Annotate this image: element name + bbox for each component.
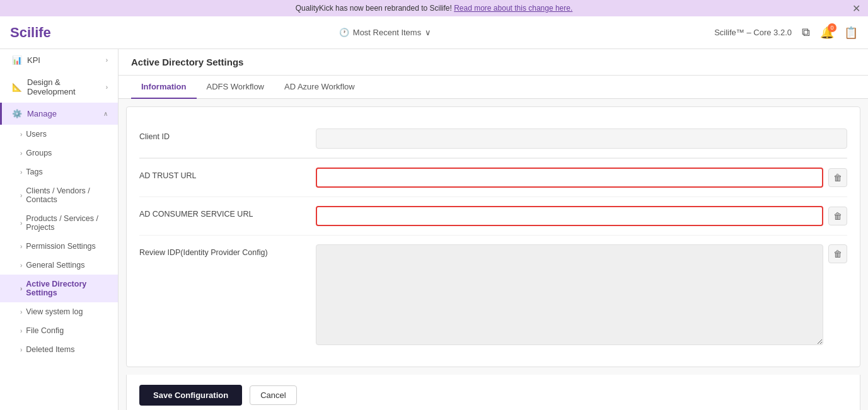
sidebar-item-file-config[interactable]: › File Config — [0, 321, 118, 340]
general-chevron-icon: › — [20, 262, 22, 269]
groups-chevron-icon: › — [20, 150, 22, 157]
deleted-items-chevron-icon: › — [20, 346, 22, 353]
ad-consumer-url-delete-button[interactable]: 🗑 — [828, 207, 847, 225]
sidebar-item-kpi-label: KPI — [27, 55, 40, 65]
sidebar-item-deleted-items-label: Deleted Items — [26, 345, 74, 354]
design-dev-icon: 📐 — [12, 83, 22, 92]
sidebar-item-manage[interactable]: ⚙️ Manage ∧ — [0, 103, 118, 125]
design-dev-chevron-icon: › — [106, 84, 108, 91]
save-configuration-button[interactable]: Save Configuration — [139, 385, 242, 406]
products-chevron-icon: › — [20, 220, 22, 227]
sidebar-item-active-directory[interactable]: › Active Directory Settings — [0, 275, 118, 302]
sidebar-item-kpi[interactable]: 📊 KPI › — [0, 49, 118, 71]
ad-consumer-url-field: 🗑 — [316, 206, 847, 226]
cancel-button[interactable]: Cancel — [250, 385, 296, 405]
users-chevron-icon: › — [20, 131, 22, 138]
ad-consumer-url-input[interactable] — [316, 206, 823, 226]
clock-icon: 🕐 — [339, 28, 349, 37]
header-center: 🕐 Most Recent Items ∨ — [66, 28, 704, 37]
form-actions: Save Configuration Cancel — [126, 375, 860, 410]
review-idp-delete-button[interactable]: 🗑 — [828, 244, 847, 263]
sidebar-item-products[interactable]: › Products / Services / Projects — [0, 209, 118, 237]
manage-icon: ⚙️ — [12, 109, 22, 118]
sidebar-item-deleted-items[interactable]: › Deleted Items — [0, 340, 118, 359]
clients-chevron-icon: › — [20, 192, 22, 199]
ad-trust-url-field: 🗑 — [316, 168, 847, 188]
ad-consumer-url-label: AD CONSUMER SERVICE URL — [139, 206, 316, 219]
sidebar-item-design-dev-label: Design & Development — [27, 77, 101, 96]
page-title-bar: Active Directory Settings — [119, 49, 868, 76]
sidebar-item-view-system-log[interactable]: › View system log — [0, 302, 118, 321]
kpi-icon: 📊 — [12, 55, 22, 65]
notification-badge: 0 — [828, 23, 836, 32]
permission-chevron-icon: › — [20, 243, 22, 250]
review-idp-label: Review IDP(Identity Provider Config) — [139, 244, 316, 257]
client-id-label: Client ID — [139, 128, 316, 141]
sidebar-item-clients-label: Clients / Vendors / Contacts — [26, 186, 108, 204]
banner-text: QualityKick has now been rebranded to Sc… — [296, 4, 454, 13]
sidebar-item-products-label: Products / Services / Projects — [26, 214, 108, 232]
sidebar-item-tags-label: Tags — [26, 168, 42, 176]
sidebar-item-permission[interactable]: › Permission Settings — [0, 237, 118, 256]
ad-consumer-url-row: AD CONSUMER SERVICE URL 🗑 — [139, 197, 847, 236]
sidebar-item-groups[interactable]: › Groups — [0, 144, 118, 162]
header-right: Scilife™ – Core 3.2.0 ⧉ 🔔 0 📋 — [714, 26, 858, 40]
logo: Scilife — [10, 25, 51, 41]
review-idp-row: Review IDP(Identity Provider Config) 🗑 — [139, 236, 847, 354]
notification-bell-button[interactable]: 🔔 0 — [820, 26, 834, 40]
header: Scilife 🕐 Most Recent Items ∨ Scilife™ –… — [0, 16, 868, 49]
ad-trust-url-input[interactable] — [316, 168, 823, 188]
sidebar-item-users-label: Users — [26, 130, 47, 139]
copy-icon-button[interactable]: ⧉ — [802, 26, 810, 39]
kpi-chevron-icon: › — [106, 57, 108, 64]
view-system-log-chevron-icon: › — [20, 309, 22, 316]
most-recent-button[interactable]: 🕐 Most Recent Items ∨ — [339, 28, 431, 37]
tab-information[interactable]: Information — [131, 76, 197, 99]
tabs-bar: Information ADFS Workflow AD Azure Workf… — [119, 76, 868, 99]
sidebar-item-view-system-log-label: View system log — [26, 307, 83, 316]
sidebar-item-permission-label: Permission Settings — [26, 242, 95, 251]
ad-trust-url-label: AD TRUST URL — [139, 168, 316, 180]
sidebar-item-groups-label: Groups — [26, 149, 52, 157]
most-recent-label: Most Recent Items — [353, 28, 421, 37]
banner-link[interactable]: Read more about this change here. — [454, 4, 572, 13]
version-text: Scilife™ – Core 3.2.0 — [714, 28, 792, 37]
chevron-down-icon: ∨ — [425, 28, 431, 37]
sidebar-item-clients[interactable]: › Clients / Vendors / Contacts — [0, 181, 118, 209]
announcement-banner: QualityKick has now been rebranded to Sc… — [0, 0, 868, 16]
banner-close-button[interactable]: ✕ — [852, 3, 860, 14]
page-title: Active Directory Settings — [131, 57, 855, 67]
sidebar: 📊 KPI › 📐 Design & Development › ⚙️ Mana… — [0, 49, 119, 410]
file-config-chevron-icon: › — [20, 327, 22, 334]
sidebar-item-general-label: General Settings — [26, 261, 84, 270]
sidebar-item-users[interactable]: › Users — [0, 125, 118, 144]
tags-chevron-icon: › — [20, 169, 22, 176]
review-idp-textarea[interactable] — [316, 244, 823, 345]
content-area: Active Directory Settings Information AD… — [119, 49, 868, 410]
tab-ad-azure-workflow[interactable]: AD Azure Workflow — [274, 76, 365, 99]
client-id-row: Client ID — [139, 120, 847, 158]
main-layout: 📊 KPI › 📐 Design & Development › ⚙️ Mana… — [0, 49, 868, 410]
ad-trust-url-delete-button[interactable]: 🗑 — [828, 168, 847, 187]
ad-trust-url-row: AD TRUST URL 🗑 — [139, 159, 847, 197]
user-profile-button[interactable]: 📋 — [844, 26, 858, 40]
manage-chevron-icon: ∧ — [103, 110, 108, 117]
review-idp-field: 🗑 — [316, 244, 847, 345]
form-content: Client ID AD TRUST URL 🗑 AD CONSUMER SER… — [126, 106, 860, 367]
active-directory-chevron-icon: › — [20, 285, 22, 292]
sidebar-item-general[interactable]: › General Settings — [0, 256, 118, 275]
client-id-display — [316, 128, 847, 149]
sidebar-item-active-directory-label: Active Directory Settings — [26, 280, 108, 297]
tab-adfs-workflow[interactable]: ADFS Workflow — [197, 76, 275, 99]
sidebar-item-design-dev[interactable]: 📐 Design & Development › — [0, 71, 118, 103]
sidebar-item-tags[interactable]: › Tags — [0, 162, 118, 181]
client-id-field — [316, 128, 847, 149]
sidebar-item-manage-label: Manage — [27, 109, 57, 118]
sidebar-item-file-config-label: File Config — [26, 326, 64, 335]
